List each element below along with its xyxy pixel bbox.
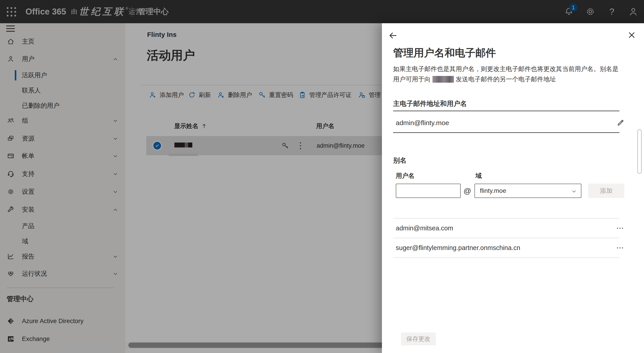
alias-item: suger@flintylemming.partner.onmschina.cn bbox=[396, 238, 620, 257]
primary-email-value: admin@flinty.moe bbox=[396, 113, 449, 132]
alias-list-divider bbox=[393, 257, 620, 258]
back-icon[interactable] bbox=[388, 31, 398, 40]
field-rule-bottom bbox=[393, 132, 620, 133]
alias-username-input[interactable] bbox=[396, 184, 461, 198]
save-changes-button[interactable]: 保存更改 bbox=[401, 333, 436, 346]
office365-admin-center: Office 365 由 世纪互联 ® 运营 管理中心 1 bbox=[0, 0, 644, 353]
add-alias-button[interactable]: 添加 bbox=[588, 184, 624, 198]
at-sign: @ bbox=[462, 184, 473, 198]
chevron-down-icon bbox=[571, 189, 577, 194]
close-icon[interactable] bbox=[627, 30, 636, 40]
domain-select[interactable]: flinty.moe bbox=[474, 184, 582, 198]
alias-more-icon[interactable] bbox=[614, 219, 625, 238]
primary-email-heading: 主电子邮件地址和用户名 bbox=[393, 99, 467, 108]
panel-title: 管理用户名和电子邮件 bbox=[393, 46, 496, 60]
alias-item: admin@mitsea.com bbox=[396, 219, 620, 238]
edit-pencil-icon[interactable] bbox=[616, 118, 625, 127]
field-rule-top bbox=[393, 111, 620, 111]
manage-email-panel: 管理用户名和电子邮件 如果主电子邮件也是其用户名，则更改主电子邮件也将更改其当前… bbox=[382, 23, 644, 353]
alias-more-icon[interactable] bbox=[614, 238, 625, 257]
redacted-user-name bbox=[432, 76, 454, 83]
alias-domain-label: 域 bbox=[476, 172, 482, 180]
alias-username-label: 用户名 bbox=[396, 172, 414, 180]
alias-heading: 别名 bbox=[393, 156, 406, 165]
vertical-scrollbar-thumb[interactable] bbox=[637, 129, 642, 174]
panel-description: 如果主电子邮件也是其用户名，则更改主电子邮件也将更改其当前用户名。别名是用户可用… bbox=[393, 64, 620, 84]
